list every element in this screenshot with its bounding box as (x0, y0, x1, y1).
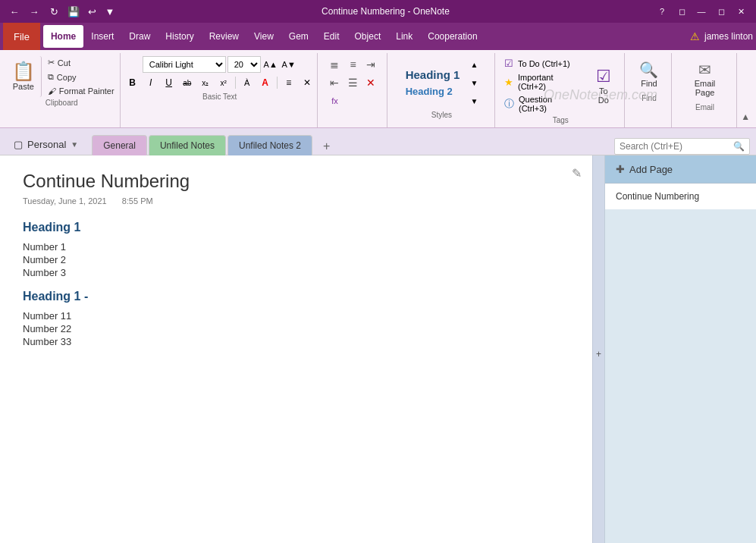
remove-list-button[interactable]: ✕ (362, 74, 379, 91)
home-menu[interactable]: Home (43, 25, 83, 48)
star-icon: ★ (504, 77, 513, 88)
edit-menu[interactable]: Edit (316, 25, 347, 48)
clear-formatting-button[interactable]: ✕ (299, 74, 315, 91)
link-menu[interactable]: Link (388, 25, 420, 48)
save-button[interactable]: 💾 (65, 3, 82, 20)
indent-button[interactable]: ⇥ (362, 56, 379, 73)
ribbon: 📋 Paste ✂ Cut ⧉ Copy 🖌 Format Painter (0, 50, 756, 128)
list-style-button[interactable]: ☰ (344, 74, 361, 91)
ribbon-collapse-button[interactable]: ▲ (739, 109, 753, 124)
window-controls[interactable]: ? ◻ — ◻ ✕ (653, 4, 750, 19)
object-menu[interactable]: Object (347, 25, 389, 48)
tags-group: ☑ To Do (Ctrl+1) ★ Important (Ctrl+2) ⓘ … (497, 53, 625, 127)
highlight-button[interactable]: À (239, 74, 256, 91)
review-menu[interactable]: Review (202, 25, 246, 48)
email-icon: ✉ (698, 61, 711, 79)
page-entry[interactable]: Continue Numbering (605, 184, 756, 210)
user-warning-icon: ⚠ (690, 30, 700, 42)
list-item: Number 3 (23, 266, 569, 279)
close-button[interactable]: ✕ (732, 4, 750, 19)
basic-text-label: Basic Text (202, 93, 237, 101)
list-item: Number 1 (23, 240, 569, 253)
add-tab-button[interactable]: + (317, 138, 336, 155)
align-button[interactable]: ≡ (281, 74, 297, 91)
page-title[interactable]: Continue Numbering (23, 171, 569, 192)
style-expand[interactable]: ▼ (466, 93, 482, 109)
minimize-button[interactable]: — (692, 4, 711, 19)
notebook-name[interactable]: ▢ Personal ▼ (6, 134, 86, 155)
todo-icon: ☑ (596, 67, 611, 86)
todo-button[interactable]: ☑ To Do (587, 62, 620, 109)
search-input[interactable] (620, 141, 733, 152)
font-size-select[interactable]: 20 (227, 56, 261, 73)
subscript-button[interactable]: x₂ (197, 74, 214, 91)
add-page-button[interactable]: ✚ Add Page (605, 155, 756, 184)
paste-icon: 📋 (12, 61, 35, 82)
numbered-list-button[interactable]: ≡ (344, 56, 361, 73)
nav-buttons[interactable]: ← → ↻ 💾 ↩ ▼ (6, 3, 118, 20)
outdent-button[interactable]: ⇤ (326, 74, 343, 91)
notebook-icon: ▢ (14, 139, 23, 150)
tags-label: Tags (553, 116, 569, 124)
draw-menu[interactable]: Draw (121, 25, 158, 48)
bullet-list-button[interactable]: ≣ (326, 56, 343, 73)
cooperation-menu[interactable]: Cooperation (420, 25, 485, 48)
right-panel: ✚ Add Page Continue Numbering (604, 155, 756, 543)
increase-font-button[interactable]: A▲ (262, 56, 279, 73)
style-scroll-down[interactable]: ▼ (466, 74, 482, 91)
important-tag[interactable]: ★ Important (Ctrl+2) (501, 71, 584, 93)
restore-button[interactable]: ◻ (673, 4, 691, 19)
section-2-heading[interactable]: Heading 1 - (23, 290, 569, 303)
list-item: Number 33 (23, 335, 569, 348)
font-name-select[interactable]: Calibri Light (143, 56, 226, 73)
email-group: ✉ Email Page Email (673, 53, 736, 127)
heading1-label: Heading 1 (406, 68, 460, 81)
undo-button[interactable]: ↩ (83, 3, 100, 20)
tab-unfiled-notes[interactable]: Unfiled Notes (149, 135, 226, 155)
history-menu[interactable]: History (158, 25, 201, 48)
notebook-bar: ▢ Personal ▼ General Unfiled Notes Unfil… (0, 128, 756, 155)
page-date: Tuesday, June 1, 2021 (23, 196, 107, 206)
back-button[interactable]: ← (6, 3, 23, 20)
font-color-button[interactable]: A (257, 74, 274, 91)
cut-button[interactable]: ✂ Cut (45, 56, 118, 69)
strikethrough-button[interactable]: ab (179, 74, 196, 91)
format-painter-button[interactable]: 🖌 Format Painter (45, 85, 118, 97)
tab-unfiled-notes-2[interactable]: Unfiled Notes 2 (227, 135, 312, 155)
search-box[interactable]: 🔍 (614, 138, 750, 155)
forward-button[interactable]: → (26, 3, 42, 20)
main-area: ✎ Continue Numbering Tuesday, June 1, 20… (0, 155, 756, 543)
todo-tag[interactable]: ☑ To Do (Ctrl+1) (501, 56, 584, 71)
insert-menu[interactable]: Insert (83, 25, 121, 48)
file-menu[interactable]: File (3, 23, 40, 50)
help-button[interactable]: ? (653, 4, 671, 19)
page-metadata: Tuesday, June 1, 2021 8:55 PM (23, 196, 569, 206)
edit-icon[interactable]: ✎ (572, 166, 582, 180)
bold-button[interactable]: B (124, 74, 141, 91)
maximize-button[interactable]: ◻ (712, 4, 730, 19)
search-icon[interactable]: 🔍 (733, 141, 745, 152)
copy-button[interactable]: ⧉ Copy (45, 71, 118, 83)
style-scroll-up[interactable]: ▲ (466, 56, 482, 73)
italic-button[interactable]: I (143, 74, 159, 91)
add-page-icon: ✚ (616, 163, 625, 175)
dropdown-button[interactable]: ▼ (102, 3, 118, 20)
heading1-style[interactable]: Heading 1 (401, 67, 465, 83)
question-tag[interactable]: ⓘ Question (Ctrl+3) (501, 93, 584, 115)
underline-button[interactable]: U (161, 74, 177, 91)
refresh-button[interactable]: ↻ (45, 3, 62, 20)
email-button[interactable]: ✉ Email Page (678, 56, 731, 102)
section-1-heading[interactable]: Heading 1 (23, 221, 569, 234)
paste-button[interactable]: 📋 Paste (6, 56, 42, 97)
find-button[interactable]: 🔍 Find (633, 56, 664, 93)
decrease-font-button[interactable]: A▼ (281, 56, 297, 73)
gem-menu[interactable]: Gem (281, 25, 316, 48)
username[interactable]: james linton (704, 31, 753, 42)
tab-general[interactable]: General (92, 135, 147, 155)
fx-button[interactable]: fx (326, 93, 343, 109)
superscript-button[interactable]: x² (215, 74, 232, 91)
title-bar: ← → ↻ 💾 ↩ ▼ Continue Numbering - OneNote… (0, 0, 756, 23)
view-menu[interactable]: View (246, 25, 281, 48)
side-expand-button[interactable]: + (592, 155, 604, 543)
heading2-style[interactable]: Heading 2 (401, 84, 465, 99)
